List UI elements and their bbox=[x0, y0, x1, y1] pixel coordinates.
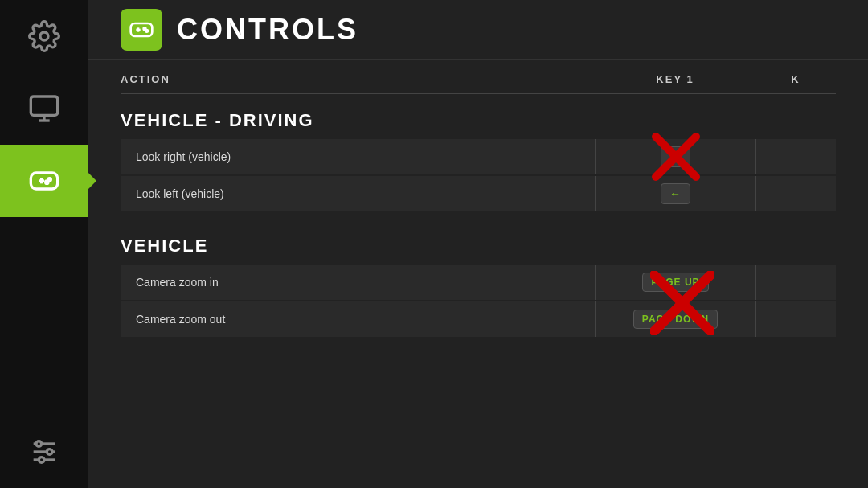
col-header-key1: KEY 1 bbox=[595, 73, 755, 85]
sidebar-item-sliders[interactable] bbox=[0, 416, 88, 488]
svg-point-0 bbox=[40, 32, 48, 40]
row-key1-camera-zoom-in[interactable]: PAGE UP bbox=[595, 265, 755, 300]
sliders-icon bbox=[28, 436, 60, 468]
svg-point-8 bbox=[46, 181, 48, 183]
column-headers: ACTION KEY 1 K bbox=[121, 60, 836, 94]
main-content: CONTROLS ACTION KEY 1 K VEHICLE - DRIVIN… bbox=[88, 0, 868, 488]
svg-rect-15 bbox=[131, 23, 153, 36]
header-icon-container bbox=[121, 9, 162, 51]
svg-point-13 bbox=[47, 449, 52, 455]
sidebar-item-settings[interactable] bbox=[0, 0, 88, 72]
row-action-label: Camera zoom in bbox=[123, 276, 595, 289]
sidebar-item-controls[interactable] bbox=[0, 145, 88, 217]
table-area: ACTION KEY 1 K VEHICLE - DRIVING Look ri… bbox=[88, 60, 868, 488]
svg-point-19 bbox=[145, 30, 148, 32]
table-row[interactable]: Camera zoom in PAGE UP bbox=[121, 265, 836, 300]
key-badge-arrow-right[interactable]: → bbox=[661, 146, 690, 167]
row-action-label: Look left (vehicle) bbox=[123, 187, 595, 200]
row-key2-camera-zoom-in[interactable] bbox=[755, 265, 836, 300]
col-header-action: ACTION bbox=[121, 73, 595, 85]
svg-rect-1 bbox=[31, 96, 57, 115]
header: CONTROLS bbox=[88, 0, 868, 60]
row-key1-look-left[interactable]: ← bbox=[595, 176, 755, 211]
svg-point-14 bbox=[39, 457, 44, 463]
gear-icon bbox=[28, 20, 60, 52]
row-key2-look-right[interactable] bbox=[755, 139, 836, 174]
section-header-vehicle-driving: VEHICLE - DRIVING bbox=[121, 94, 836, 139]
page-down-label: PAGE DOWN bbox=[642, 314, 709, 325]
sidebar bbox=[0, 0, 88, 488]
left-arrow-icon: ← bbox=[669, 187, 682, 200]
key-badge-page-up[interactable]: PAGE UP bbox=[642, 273, 708, 292]
table-row[interactable]: Look left (vehicle) ← bbox=[121, 176, 836, 211]
gamepad-icon bbox=[28, 165, 60, 197]
row-action-label: Camera zoom out bbox=[123, 313, 595, 326]
key-badge-page-down[interactable]: PAGE DOWN bbox=[633, 310, 718, 329]
sidebar-item-display[interactable] bbox=[0, 72, 88, 145]
svg-point-12 bbox=[36, 441, 42, 447]
key-badge-arrow-left[interactable]: ← bbox=[661, 183, 690, 204]
table-row[interactable]: Camera zoom out PAGE DOWN bbox=[121, 301, 836, 337]
section-header-vehicle: VEHICLE bbox=[121, 219, 836, 265]
row-key1-look-right[interactable]: → bbox=[595, 139, 755, 174]
header-gamepad-icon bbox=[129, 17, 154, 43]
row-key1-camera-zoom-out[interactable]: PAGE DOWN bbox=[595, 301, 755, 337]
monitor-icon bbox=[28, 92, 60, 125]
row-key2-camera-zoom-out[interactable] bbox=[755, 301, 836, 337]
page-up-label: PAGE UP bbox=[651, 277, 699, 288]
col-header-key2: K bbox=[755, 73, 836, 85]
row-action-label: Look right (vehicle) bbox=[123, 150, 595, 163]
page-title: CONTROLS bbox=[177, 13, 358, 47]
table-row[interactable]: Look right (vehicle) → bbox=[121, 139, 836, 174]
row-key2-look-left[interactable] bbox=[755, 176, 836, 211]
right-arrow-icon: → bbox=[669, 150, 682, 163]
